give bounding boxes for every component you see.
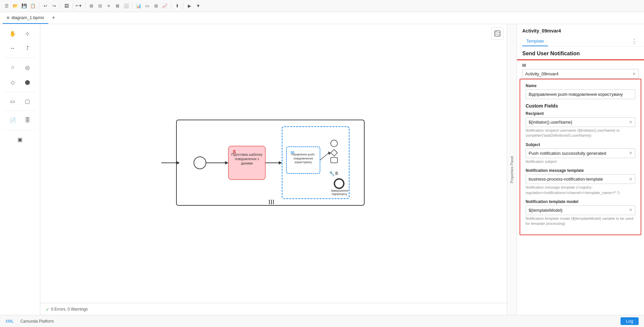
name-input-wrap: [526, 89, 635, 99]
recipient-label: Recipient: [526, 111, 635, 116]
page-tool-btn[interactable]: 📄: [6, 114, 19, 127]
bpmn-btn[interactable]: 📊: [135, 2, 143, 10]
distribute-h-btn[interactable]: ⊠: [113, 2, 121, 10]
svg-rect-18: [331, 157, 337, 163]
status-bar: ✓ 0 Errors, 0 Warnings: [40, 303, 507, 315]
grid-btn[interactable]: ⊞: [152, 2, 160, 10]
properties-label-text: Properties Panel: [510, 156, 514, 183]
export-btn[interactable]: ⬆: [173, 2, 181, 10]
name-field-group: Name: [526, 83, 635, 99]
panel-activity-id: Activity_09mvar4: [522, 28, 639, 34]
recipient-field-group: Recipient × Notification recipient usern…: [526, 111, 635, 138]
id-label: Id: [522, 63, 639, 68]
subject-hint: Notification subject: [526, 159, 635, 164]
sep3: [72, 3, 73, 9]
svg-rect-24: [495, 31, 500, 36]
rectangle-tool-btn[interactable]: ▭: [6, 94, 19, 108]
tool-sep-3: [4, 111, 36, 111]
tool-row-5: ▭ ▢: [6, 94, 34, 108]
map-icon: [494, 30, 501, 37]
log-btn[interactable]: Log: [621, 317, 639, 325]
tools-panel: ✋ ⊹ ↔ ⤴ ○ ◎ ◇ ⬤ ▭ ▢ 📄 🗄 ▣: [0, 24, 40, 315]
tab-label: diagram_1.bpmn: [11, 15, 44, 20]
section-title: Send User Notification: [517, 47, 644, 60]
run-btn[interactable]: ▶: [185, 2, 194, 10]
tab-dot: [7, 16, 9, 19]
panel-tabs-row: Template ⋮: [522, 36, 639, 46]
platform-label: Camunda Platform: [20, 319, 54, 324]
save-as-btn[interactable]: 📋: [29, 2, 37, 10]
select-tool-btn[interactable]: ⊹: [21, 27, 34, 40]
connect-tool-btn[interactable]: ↔: [6, 42, 19, 55]
tool-sep-4: [4, 130, 36, 130]
id-clear-btn[interactable]: ×: [630, 71, 638, 77]
bottom-bar: XML Camunda Platform Log: [0, 315, 644, 327]
run-dropdown-btn[interactable]: ▼: [194, 2, 202, 10]
image-btn[interactable]: 🖼: [62, 2, 70, 10]
active-tab[interactable]: diagram_1.bpmn: [3, 12, 48, 24]
id-input-wrap: ×: [522, 69, 639, 79]
model-label: Notification template model: [526, 199, 635, 204]
toolbar: ☰ 📂 💾 📋 ↩ ↪ 🖼 ✏▼ ⊞ ⊟ ≡ ⊠ ⬜ 📊 ▭ ⊞ 📈 ⬆ ▶ ▼: [0, 0, 644, 12]
subject-field-group: Subject × Notification subject: [526, 142, 635, 164]
align-left-btn[interactable]: ⊞: [87, 2, 95, 10]
minimap-btn[interactable]: [491, 27, 503, 40]
database-tool-btn[interactable]: 🗄: [21, 114, 34, 127]
template-input[interactable]: [526, 175, 627, 184]
lasso-tool-btn[interactable]: ⤴: [21, 42, 34, 55]
dashed-circle-tool-btn[interactable]: ◎: [21, 61, 34, 74]
distribute-v-btn[interactable]: ⬜: [122, 2, 130, 10]
canvas-area: S Підготовка шаблону повідомлення з дани…: [40, 24, 507, 315]
align-center-btn[interactable]: ⊟: [96, 2, 104, 10]
model-input[interactable]: [526, 206, 627, 215]
name-input[interactable]: [526, 90, 635, 99]
panel-section-header: Send User Notification: [517, 47, 644, 60]
save-btn[interactable]: 💾: [20, 2, 28, 10]
menu-btn[interactable]: ☰: [3, 2, 11, 10]
redo-btn[interactable]: ↪: [50, 2, 58, 10]
tabbar: diagram_1.bpmn +: [0, 12, 644, 24]
svg-point-16: [331, 140, 337, 147]
recipient-hint: Notification recipient username (${initi…: [526, 128, 635, 138]
svg-text:🔧: 🔧: [329, 171, 335, 177]
rounded-rect-tool-btn[interactable]: ▢: [21, 94, 34, 108]
tool-row-6: 📄 🗄: [6, 114, 34, 127]
sep2: [60, 3, 60, 9]
add-tab-btn[interactable]: +: [50, 14, 58, 22]
status-text: 0 Errors, 0 Warnings: [51, 307, 88, 312]
model-clear-btn[interactable]: ×: [627, 207, 635, 213]
diamond-tool-btn[interactable]: ◇: [6, 75, 19, 89]
open-btn[interactable]: 📂: [11, 2, 19, 10]
tool-row-3: ○ ◎: [6, 61, 34, 74]
edit-btn[interactable]: ✏▼: [75, 2, 83, 10]
properties-panel-label[interactable]: Properties Panel: [507, 24, 517, 315]
chart-btn[interactable]: 📈: [161, 2, 169, 10]
name-label: Name: [526, 83, 635, 88]
panel-menu-btn[interactable]: ⋮: [630, 36, 639, 46]
template-clear-btn[interactable]: ×: [627, 176, 635, 182]
panel-header: Activity_09mvar4 Template ⋮: [517, 24, 644, 47]
properties-panel: Activity_09mvar4 Template ⋮ Send User No…: [517, 24, 644, 315]
subject-input[interactable]: [526, 149, 627, 158]
recipient-input[interactable]: [526, 118, 627, 127]
template-hint: Notification message template (<registry…: [526, 185, 635, 195]
bpmn-diagram: S Підготовка шаблону повідомлення з дани…: [156, 110, 391, 217]
subject-clear-btn[interactable]: ×: [627, 150, 635, 156]
align-right-btn[interactable]: ≡: [105, 2, 113, 10]
undo-btn[interactable]: ↩: [41, 2, 49, 10]
sep1: [39, 3, 39, 9]
tab-template[interactable]: Template: [522, 37, 548, 46]
subject-input-wrap: ×: [526, 148, 635, 158]
filled-circle-tool-btn[interactable]: ⬤: [21, 75, 34, 89]
circle-tool-btn[interactable]: ○: [6, 61, 19, 74]
model-hint: Notification template model (${templateM…: [526, 216, 635, 226]
template-label: Notification message template: [526, 168, 635, 173]
recipient-clear-btn[interactable]: ×: [627, 119, 635, 125]
sequence-btn[interactable]: ▭: [143, 2, 151, 10]
template-input-wrap: ×: [526, 174, 635, 184]
xml-label[interactable]: XML: [5, 319, 14, 324]
id-input[interactable]: [523, 69, 630, 78]
frame-tool-btn[interactable]: ▣: [13, 133, 27, 146]
hand-tool-btn[interactable]: ✋: [6, 27, 19, 40]
main-area: ✋ ⊹ ↔ ⤴ ○ ◎ ◇ ⬤ ▭ ▢ 📄 🗄 ▣: [0, 24, 644, 315]
